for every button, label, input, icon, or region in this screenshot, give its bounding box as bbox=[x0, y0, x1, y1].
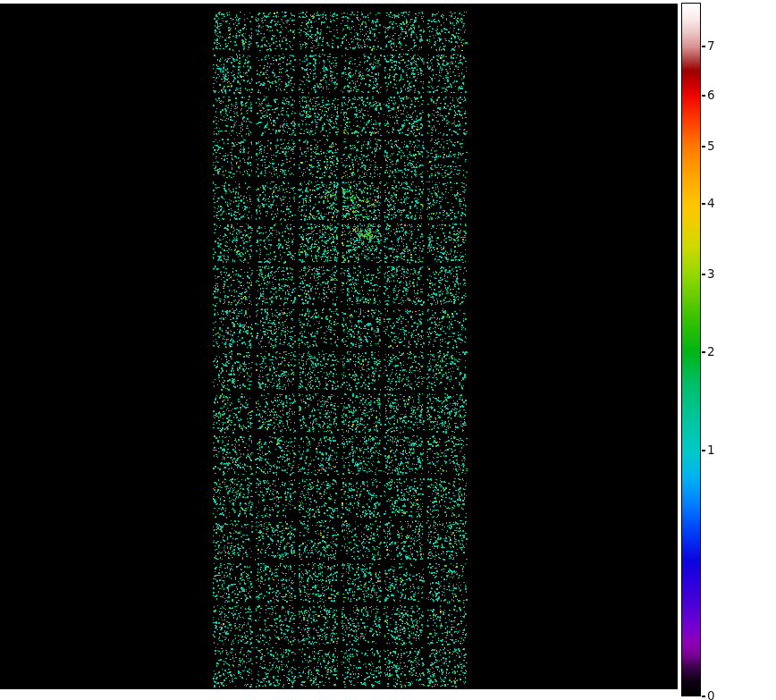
colorbar-tick-label: 7 bbox=[707, 40, 715, 53]
colorbar-tick bbox=[702, 203, 705, 204]
colorbar-tick-label: 4 bbox=[707, 198, 715, 210]
colorbar-tick bbox=[702, 146, 705, 147]
colorbar-tick-label: 3 bbox=[707, 268, 715, 281]
colorbar-tick bbox=[702, 696, 705, 696]
colorbar-tick bbox=[702, 46, 705, 46]
colorbar-tick-label: 5 bbox=[707, 140, 715, 153]
photon-events-canvas bbox=[0, 0, 776, 700]
figure: 76543210 bbox=[0, 0, 776, 700]
colorbar-tick bbox=[702, 95, 705, 96]
colorbar-tick-label: 6 bbox=[707, 89, 715, 102]
colorbar-tick bbox=[702, 351, 705, 352]
colorbar-tick bbox=[702, 274, 705, 274]
colorbar bbox=[681, 3, 701, 696]
colorbar-tick-label: 2 bbox=[707, 346, 715, 358]
colorbar-tick-label: 1 bbox=[707, 444, 715, 457]
colorbar-tick bbox=[702, 450, 705, 451]
colorbar-tick-label: 0 bbox=[707, 690, 715, 700]
